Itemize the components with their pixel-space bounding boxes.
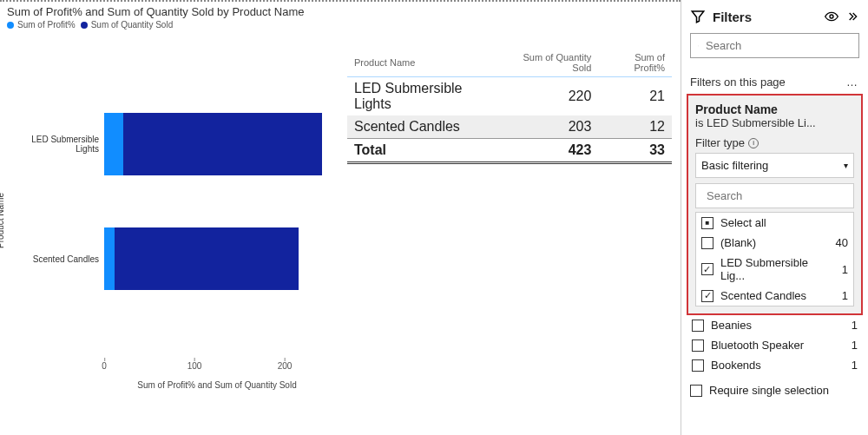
x-axis-title: Sum of Profit% and Sum of Quantity Sold bbox=[137, 380, 296, 390]
bar-segment[interactable] bbox=[104, 113, 123, 175]
filter-values-list: Select all (Blank)40LED Submersible Lig.… bbox=[695, 212, 854, 306]
legend-swatch-icon bbox=[7, 22, 14, 29]
filter-value-item[interactable]: Beanies1 bbox=[688, 315, 861, 335]
filter-value-item[interactable]: Bluetooth Speaker1 bbox=[688, 335, 861, 355]
bar-segment[interactable] bbox=[104, 227, 115, 290]
bar-chart[interactable]: Product Name LED Submersible LightsScent… bbox=[9, 47, 339, 394]
filter-value-item[interactable]: Bookends1 bbox=[688, 355, 861, 375]
filter-value-item[interactable]: (Blank)40 bbox=[696, 233, 853, 253]
eye-icon[interactable] bbox=[825, 10, 838, 23]
checkbox-icon[interactable] bbox=[690, 385, 702, 397]
bar-row[interactable]: Scented Candles bbox=[104, 227, 330, 290]
filters-pane: Filters Filters on this page … Product N… bbox=[681, 0, 868, 435]
bar-category-label: Scented Candles bbox=[9, 254, 99, 264]
report-canvas: Sum of Profit% and Sum of Quantity Sold … bbox=[0, 0, 681, 435]
section-title: Filters on this page bbox=[690, 76, 786, 89]
checkbox-icon[interactable] bbox=[692, 359, 704, 372]
filter-summary: is LED Submersible Li... bbox=[695, 116, 854, 129]
checkbox-icon[interactable] bbox=[692, 339, 704, 352]
svg-point-1 bbox=[698, 45, 699, 46]
filters-title: Filters bbox=[713, 10, 818, 24]
checkbox-icon[interactable] bbox=[692, 320, 704, 332]
collapse-icon[interactable] bbox=[845, 10, 859, 23]
more-icon[interactable]: … bbox=[846, 76, 859, 89]
info-icon[interactable]: i bbox=[748, 138, 759, 148]
y-axis-title: Product Name bbox=[0, 193, 5, 248]
bar-segment[interactable] bbox=[123, 113, 322, 175]
filters-search[interactable] bbox=[690, 33, 859, 58]
filter-value-item[interactable]: Scented Candles1 bbox=[696, 286, 853, 306]
checkbox-icon[interactable] bbox=[701, 237, 713, 249]
checkbox-mixed-icon[interactable] bbox=[701, 217, 713, 229]
svg-point-0 bbox=[830, 15, 833, 18]
filters-search-input[interactable] bbox=[706, 39, 852, 52]
filter-value-item[interactable]: LED Submersible Lig...1 bbox=[696, 253, 853, 286]
filter-values-overflow: Beanies1Bluetooth Speaker1Bookends1 bbox=[688, 315, 861, 375]
x-tick-label: 100 bbox=[187, 361, 202, 371]
col-header[interactable]: Product Name bbox=[347, 47, 501, 77]
table-row[interactable]: Scented Candles20312 bbox=[347, 115, 672, 139]
legend-item[interactable]: Sum of Quantity Sold bbox=[81, 20, 174, 30]
table-total-row: Total42333 bbox=[347, 139, 672, 163]
search-icon bbox=[698, 40, 699, 52]
bar-segment[interactable] bbox=[115, 227, 298, 290]
require-single-row[interactable]: Require single selection bbox=[681, 375, 868, 405]
col-header[interactable]: Sum of Profit% bbox=[598, 47, 672, 77]
filter-select-all[interactable]: Select all bbox=[696, 213, 853, 233]
legend-item[interactable]: Sum of Profit% bbox=[7, 20, 76, 30]
filter-type-select[interactable]: Basic filtering ▾ bbox=[695, 153, 854, 178]
data-table[interactable]: Product Name Sum of Quantity Sold Sum of… bbox=[339, 47, 672, 426]
x-tick-label: 0 bbox=[102, 361, 107, 371]
filter-type-label: Filter type bbox=[695, 136, 745, 149]
table-row[interactable]: LED Submersible Lights22021 bbox=[347, 77, 672, 116]
filter-values-search-input[interactable] bbox=[707, 189, 852, 202]
chart-title: Sum of Profit% and Sum of Quantity Sold … bbox=[0, 2, 681, 20]
filter-icon bbox=[690, 9, 706, 24]
bar-row[interactable]: LED Submersible Lights bbox=[104, 113, 330, 175]
chevron-down-icon: ▾ bbox=[844, 161, 848, 170]
col-header[interactable]: Sum of Quantity Sold bbox=[501, 47, 598, 77]
x-tick-label: 200 bbox=[278, 361, 293, 371]
filter-field-name: Product Name bbox=[695, 102, 854, 116]
checkbox-icon[interactable] bbox=[701, 263, 713, 275]
bar-category-label: LED Submersible Lights bbox=[9, 135, 99, 154]
legend-swatch-icon bbox=[81, 22, 88, 29]
chart-legend: Sum of Profit% Sum of Quantity Sold bbox=[0, 20, 681, 30]
filter-values-search[interactable] bbox=[695, 183, 854, 208]
plot-area: LED Submersible LightsScented Candles bbox=[104, 73, 330, 351]
checkbox-icon[interactable] bbox=[701, 290, 713, 302]
filter-card-product-name[interactable]: Product Name is LED Submersible Li... Fi… bbox=[687, 94, 863, 315]
